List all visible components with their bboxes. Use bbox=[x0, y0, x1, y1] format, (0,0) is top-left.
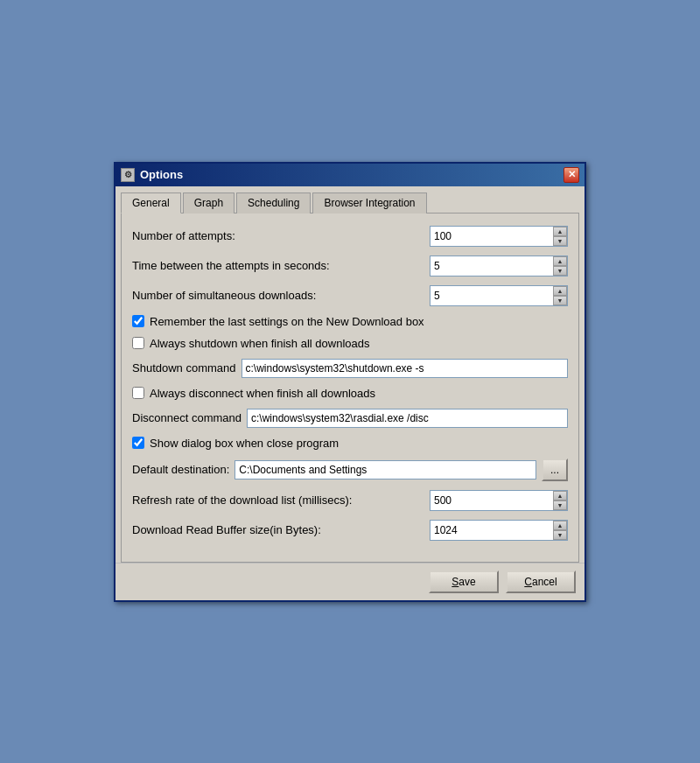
tab-general[interactable]: General bbox=[121, 192, 181, 214]
buffer-size-spin-up[interactable]: ▲ bbox=[553, 521, 567, 530]
title-bar: ⚙ Options ✕ bbox=[116, 164, 584, 186]
tab-bar: General Graph Scheduling Browser Integra… bbox=[116, 186, 584, 213]
time-spin-btns: ▲ ▼ bbox=[553, 256, 567, 276]
attempts-spin-up[interactable]: ▲ bbox=[553, 227, 567, 236]
simultaneous-spin-up[interactable]: ▲ bbox=[553, 286, 567, 296]
disconnect-command-label: Disconnect command bbox=[132, 411, 242, 424]
always-shutdown-row: Always shutdown when finish all download… bbox=[132, 337, 568, 350]
time-spin-up[interactable]: ▲ bbox=[553, 256, 567, 266]
shutdown-command-row: Shutdown command bbox=[132, 359, 568, 378]
shutdown-command-input[interactable] bbox=[242, 359, 568, 378]
cancel-button[interactable]: Cancel bbox=[506, 570, 576, 593]
time-label: Time between the attempts in seconds: bbox=[132, 259, 330, 272]
shutdown-command-label: Shutdown command bbox=[132, 361, 236, 374]
simultaneous-row: Number of simultaneous downloads: ▲ ▼ bbox=[132, 285, 568, 306]
tab-browser-integration[interactable]: Browser Integration bbox=[312, 192, 426, 214]
refresh-rate-spinbox: ▲ ▼ bbox=[430, 490, 568, 511]
tab-graph[interactable]: Graph bbox=[183, 192, 234, 214]
destination-label: Default destination: bbox=[132, 463, 229, 476]
content-area: Number of attempts: ▲ ▼ Time between the… bbox=[121, 213, 579, 563]
disconnect-command-input[interactable] bbox=[247, 409, 568, 428]
window-title: Options bbox=[140, 168, 183, 181]
disconnect-command-row: Disconnect command bbox=[132, 409, 568, 428]
refresh-rate-row: Refresh rate of the download list (milli… bbox=[132, 490, 568, 511]
refresh-rate-input[interactable] bbox=[430, 491, 553, 510]
attempts-spinbox: ▲ ▼ bbox=[430, 226, 568, 247]
destination-row: Default destination: ... bbox=[132, 458, 568, 481]
close-button[interactable]: ✕ bbox=[564, 167, 579, 183]
show-dialog-label: Show dialog box when close program bbox=[150, 437, 339, 450]
buffer-size-spinbox: ▲ ▼ bbox=[430, 520, 568, 541]
show-dialog-checkbox[interactable] bbox=[132, 437, 144, 449]
buffer-size-spin-down[interactable]: ▼ bbox=[553, 530, 567, 540]
simultaneous-input[interactable] bbox=[430, 286, 553, 305]
cancel-label: Cancel bbox=[524, 576, 556, 588]
show-dialog-row: Show dialog box when close program bbox=[132, 437, 568, 450]
buffer-size-input[interactable] bbox=[430, 521, 553, 540]
simultaneous-spin-btns: ▲ ▼ bbox=[553, 286, 567, 305]
time-spin-down[interactable]: ▼ bbox=[553, 266, 567, 276]
attempts-spin-down[interactable]: ▼ bbox=[553, 236, 567, 246]
simultaneous-label: Number of simultaneous downloads: bbox=[132, 289, 316, 302]
always-disconnect-checkbox[interactable] bbox=[132, 387, 144, 399]
simultaneous-spinbox: ▲ ▼ bbox=[430, 285, 568, 306]
time-spinbox: ▲ ▼ bbox=[430, 256, 568, 276]
button-bar: Save Cancel bbox=[116, 563, 584, 600]
save-label: Save bbox=[452, 576, 475, 588]
destination-input[interactable] bbox=[234, 460, 536, 480]
title-bar-left: ⚙ Options bbox=[121, 168, 183, 182]
always-shutdown-label: Always shutdown when finish all download… bbox=[150, 337, 369, 350]
simultaneous-spin-down[interactable]: ▼ bbox=[553, 296, 567, 305]
buffer-size-spin-btns: ▲ ▼ bbox=[553, 521, 567, 540]
always-disconnect-row: Always disconnect when finish all downlo… bbox=[132, 387, 568, 400]
remember-row: Remember the last settings on the New Do… bbox=[132, 315, 568, 328]
options-dialog: ⚙ Options ✕ General Graph Scheduling Bro… bbox=[114, 162, 586, 602]
attempts-input[interactable] bbox=[430, 227, 553, 246]
buffer-size-row: Download Read Buffer size(in Bytes): ▲ ▼ bbox=[132, 520, 568, 541]
save-button[interactable]: Save bbox=[429, 570, 499, 593]
always-shutdown-checkbox[interactable] bbox=[132, 337, 144, 349]
window-icon: ⚙ bbox=[121, 168, 135, 182]
time-input[interactable] bbox=[430, 256, 553, 276]
remember-checkbox[interactable] bbox=[132, 315, 144, 327]
refresh-rate-spin-down[interactable]: ▼ bbox=[553, 500, 567, 510]
refresh-rate-label: Refresh rate of the download list (milli… bbox=[132, 494, 352, 507]
remember-label: Remember the last settings on the New Do… bbox=[150, 315, 424, 328]
tab-scheduling[interactable]: Scheduling bbox=[236, 192, 311, 214]
always-disconnect-label: Always disconnect when finish all downlo… bbox=[150, 387, 375, 400]
refresh-rate-spin-up[interactable]: ▲ bbox=[553, 491, 567, 500]
attempts-row: Number of attempts: ▲ ▼ bbox=[132, 226, 568, 247]
time-row: Time between the attempts in seconds: ▲ … bbox=[132, 256, 568, 276]
attempts-label: Number of attempts: bbox=[132, 229, 235, 242]
browse-button[interactable]: ... bbox=[542, 458, 568, 481]
buffer-size-label: Download Read Buffer size(in Bytes): bbox=[132, 523, 321, 536]
attempts-spin-btns: ▲ ▼ bbox=[553, 227, 567, 246]
refresh-rate-spin-btns: ▲ ▼ bbox=[553, 491, 567, 510]
